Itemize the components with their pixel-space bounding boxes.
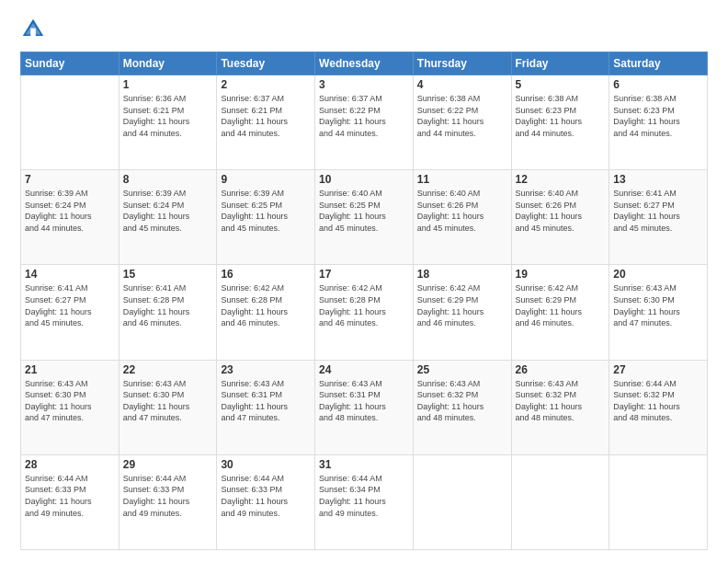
- day-number: 13: [613, 173, 703, 186]
- calendar-cell: 15Sunrise: 6:41 AMSunset: 6:28 PMDayligh…: [119, 265, 217, 360]
- calendar-cell: 17Sunrise: 6:42 AMSunset: 6:28 PMDayligh…: [315, 265, 414, 360]
- calendar-cell: 13Sunrise: 6:41 AMSunset: 6:27 PMDayligh…: [609, 170, 708, 265]
- day-number: 23: [221, 363, 311, 376]
- calendar-cell: 10Sunrise: 6:40 AMSunset: 6:25 PMDayligh…: [315, 170, 414, 265]
- day-number: 27: [613, 363, 703, 376]
- day-info: Sunrise: 6:44 AMSunset: 6:34 PMDaylight:…: [319, 473, 409, 519]
- day-number: 2: [221, 78, 311, 91]
- calendar-cell: 9Sunrise: 6:39 AMSunset: 6:25 PMDaylight…: [217, 170, 315, 265]
- day-info: Sunrise: 6:43 AMSunset: 6:31 PMDaylight:…: [319, 378, 409, 424]
- calendar-cell: [511, 454, 609, 549]
- calendar-cell: 1Sunrise: 6:36 AMSunset: 6:21 PMDaylight…: [119, 75, 217, 170]
- day-number: 18: [417, 268, 507, 281]
- day-number: 1: [123, 78, 213, 91]
- day-number: 5: [516, 78, 606, 91]
- day-number: 31: [319, 458, 409, 471]
- day-info: Sunrise: 6:43 AMSunset: 6:31 PMDaylight:…: [221, 378, 311, 424]
- day-info: Sunrise: 6:42 AMSunset: 6:28 PMDaylight:…: [221, 282, 311, 328]
- calendar-header-tuesday: Tuesday: [217, 52, 315, 75]
- day-number: 28: [25, 458, 115, 471]
- day-info: Sunrise: 6:43 AMSunset: 6:30 PMDaylight:…: [25, 378, 115, 424]
- day-number: 22: [123, 363, 213, 376]
- calendar-cell: 7Sunrise: 6:39 AMSunset: 6:24 PMDaylight…: [21, 170, 119, 265]
- calendar-cell: [413, 454, 511, 549]
- day-number: 25: [417, 363, 507, 376]
- calendar-cell: 12Sunrise: 6:40 AMSunset: 6:26 PMDayligh…: [511, 170, 609, 265]
- day-number: 26: [516, 363, 606, 376]
- calendar-cell: 5Sunrise: 6:38 AMSunset: 6:23 PMDaylight…: [511, 75, 609, 170]
- svg-rect-2: [30, 29, 36, 36]
- day-info: Sunrise: 6:41 AMSunset: 6:27 PMDaylight:…: [25, 282, 115, 328]
- calendar-cell: 26Sunrise: 6:43 AMSunset: 6:32 PMDayligh…: [511, 360, 609, 454]
- calendar-cell: 8Sunrise: 6:39 AMSunset: 6:24 PMDaylight…: [119, 170, 217, 265]
- day-info: Sunrise: 6:41 AMSunset: 6:27 PMDaylight:…: [613, 188, 703, 234]
- calendar-cell: 21Sunrise: 6:43 AMSunset: 6:30 PMDayligh…: [21, 360, 119, 454]
- day-info: Sunrise: 6:39 AMSunset: 6:25 PMDaylight:…: [221, 188, 311, 234]
- calendar-cell: 11Sunrise: 6:40 AMSunset: 6:26 PMDayligh…: [413, 170, 511, 265]
- day-info: Sunrise: 6:44 AMSunset: 6:33 PMDaylight:…: [123, 473, 213, 519]
- calendar-header-saturday: Saturday: [609, 52, 708, 75]
- calendar-cell: 20Sunrise: 6:43 AMSunset: 6:30 PMDayligh…: [609, 265, 708, 360]
- logo: [20, 17, 49, 42]
- day-info: Sunrise: 6:43 AMSunset: 6:32 PMDaylight:…: [516, 378, 606, 424]
- calendar-cell: 27Sunrise: 6:44 AMSunset: 6:32 PMDayligh…: [609, 360, 708, 454]
- day-info: Sunrise: 6:36 AMSunset: 6:21 PMDaylight:…: [123, 93, 213, 139]
- day-number: 20: [613, 268, 703, 281]
- day-info: Sunrise: 6:39 AMSunset: 6:24 PMDaylight:…: [25, 188, 115, 234]
- day-info: Sunrise: 6:40 AMSunset: 6:26 PMDaylight:…: [417, 188, 507, 234]
- header: [20, 17, 708, 42]
- calendar-cell: [21, 75, 119, 170]
- day-number: 6: [613, 78, 703, 91]
- day-info: Sunrise: 6:37 AMSunset: 6:22 PMDaylight:…: [319, 93, 409, 139]
- calendar-table: SundayMondayTuesdayWednesdayThursdayFrid…: [20, 52, 708, 550]
- calendar-cell: [609, 454, 708, 549]
- calendar-cell: 24Sunrise: 6:43 AMSunset: 6:31 PMDayligh…: [315, 360, 414, 454]
- day-number: 7: [25, 173, 115, 186]
- calendar-week-3: 14Sunrise: 6:41 AMSunset: 6:27 PMDayligh…: [21, 265, 708, 360]
- day-info: Sunrise: 6:37 AMSunset: 6:21 PMDaylight:…: [221, 93, 311, 139]
- day-info: Sunrise: 6:44 AMSunset: 6:32 PMDaylight:…: [613, 378, 703, 424]
- day-info: Sunrise: 6:41 AMSunset: 6:28 PMDaylight:…: [123, 282, 213, 328]
- logo-icon: [20, 17, 46, 42]
- calendar-cell: 30Sunrise: 6:44 AMSunset: 6:33 PMDayligh…: [217, 454, 315, 549]
- day-info: Sunrise: 6:38 AMSunset: 6:23 PMDaylight:…: [613, 93, 703, 139]
- calendar-cell: 19Sunrise: 6:42 AMSunset: 6:29 PMDayligh…: [511, 265, 609, 360]
- day-number: 3: [319, 78, 409, 91]
- day-number: 30: [221, 458, 311, 471]
- calendar-header-thursday: Thursday: [413, 52, 511, 75]
- day-number: 19: [516, 268, 606, 281]
- calendar-cell: 31Sunrise: 6:44 AMSunset: 6:34 PMDayligh…: [315, 454, 414, 549]
- day-number: 11: [417, 173, 507, 186]
- day-number: 10: [319, 173, 409, 186]
- day-number: 4: [417, 78, 507, 91]
- day-info: Sunrise: 6:42 AMSunset: 6:28 PMDaylight:…: [319, 282, 409, 328]
- calendar-cell: 22Sunrise: 6:43 AMSunset: 6:30 PMDayligh…: [119, 360, 217, 454]
- calendar-cell: 16Sunrise: 6:42 AMSunset: 6:28 PMDayligh…: [217, 265, 315, 360]
- page: SundayMondayTuesdayWednesdayThursdayFrid…: [0, 0, 728, 563]
- day-number: 14: [25, 268, 115, 281]
- day-number: 9: [221, 173, 311, 186]
- day-number: 12: [516, 173, 606, 186]
- day-number: 8: [123, 173, 213, 186]
- calendar-cell: 23Sunrise: 6:43 AMSunset: 6:31 PMDayligh…: [217, 360, 315, 454]
- day-info: Sunrise: 6:42 AMSunset: 6:29 PMDaylight:…: [417, 282, 507, 328]
- day-number: 24: [319, 363, 409, 376]
- day-info: Sunrise: 6:44 AMSunset: 6:33 PMDaylight:…: [221, 473, 311, 519]
- day-number: 17: [319, 268, 409, 281]
- day-number: 15: [123, 268, 213, 281]
- day-number: 21: [25, 363, 115, 376]
- calendar-cell: 2Sunrise: 6:37 AMSunset: 6:21 PMDaylight…: [217, 75, 315, 170]
- calendar-cell: 28Sunrise: 6:44 AMSunset: 6:33 PMDayligh…: [21, 454, 119, 549]
- day-number: 29: [123, 458, 213, 471]
- day-info: Sunrise: 6:43 AMSunset: 6:30 PMDaylight:…: [613, 282, 703, 328]
- day-info: Sunrise: 6:38 AMSunset: 6:22 PMDaylight:…: [417, 93, 507, 139]
- day-number: 16: [221, 268, 311, 281]
- calendar-cell: 18Sunrise: 6:42 AMSunset: 6:29 PMDayligh…: [413, 265, 511, 360]
- calendar-header-wednesday: Wednesday: [315, 52, 414, 75]
- calendar-week-5: 28Sunrise: 6:44 AMSunset: 6:33 PMDayligh…: [21, 454, 708, 549]
- calendar-header-sunday: Sunday: [21, 52, 119, 75]
- calendar-cell: 25Sunrise: 6:43 AMSunset: 6:32 PMDayligh…: [413, 360, 511, 454]
- calendar-cell: 6Sunrise: 6:38 AMSunset: 6:23 PMDaylight…: [609, 75, 708, 170]
- day-info: Sunrise: 6:40 AMSunset: 6:25 PMDaylight:…: [319, 188, 409, 234]
- calendar-week-2: 7Sunrise: 6:39 AMSunset: 6:24 PMDaylight…: [21, 170, 708, 265]
